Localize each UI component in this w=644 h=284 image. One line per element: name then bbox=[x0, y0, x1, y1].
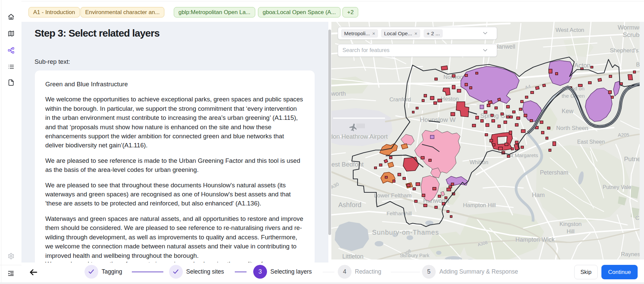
svg-text:Cr: Cr bbox=[635, 215, 640, 221]
svg-text:Heston: Heston bbox=[441, 96, 459, 102]
svg-text:Petersham: Petersham bbox=[540, 169, 569, 176]
svg-text:worth: worth bbox=[331, 90, 346, 97]
svg-text:Lower Feltham: Lower Feltham bbox=[374, 192, 412, 199]
svg-text:A205: A205 bbox=[618, 132, 629, 138]
svg-text:Cranford: Cranford bbox=[389, 96, 411, 102]
svg-text:Scrubs: Scrubs bbox=[623, 31, 640, 38]
svg-text:Hill: Hill bbox=[567, 228, 575, 235]
svg-text:Ashford: Ashford bbox=[338, 201, 362, 208]
svg-text:Wormwo: Wormwo bbox=[618, 24, 640, 31]
svg-text:North Sheen: North Sheen bbox=[556, 125, 588, 131]
svg-text:Ham: Ham bbox=[532, 192, 545, 198]
svg-text:Putney Vale: Putney Vale bbox=[602, 184, 631, 190]
svg-text:Felthamhill: Felthamhill bbox=[387, 210, 412, 216]
svg-text:Putney: Putney bbox=[624, 155, 640, 162]
svg-text:West Molesey: West Molesey bbox=[445, 259, 479, 259]
svg-text:West Acton: West Acton bbox=[555, 27, 584, 33]
svg-text:Raynes: Raynes bbox=[621, 251, 640, 257]
svg-text:Shepherd's: Shepherd's bbox=[610, 47, 638, 54]
svg-text:Littleton: Littleton bbox=[342, 253, 363, 259]
svg-text:Hampton Wick: Hampton Wick bbox=[515, 236, 555, 243]
svg-text:East Sheen: East Sheen bbox=[577, 139, 605, 145]
svg-text:St Margarets: St Margarets bbox=[508, 152, 538, 158]
svg-text:Sunbury-on-Thames: Sunbury-on-Thames bbox=[372, 229, 439, 236]
svg-text:Kew: Kew bbox=[561, 108, 574, 114]
svg-text:Whitton: Whitton bbox=[470, 159, 488, 165]
svg-text:don Heathrow Airport: don Heathrow Airport bbox=[331, 133, 388, 140]
svg-text:Kingston: Kingston bbox=[559, 221, 582, 227]
svg-text:Hampton Hill: Hampton Hill bbox=[463, 202, 495, 208]
svg-text:Hanwell: Hanwell bbox=[494, 43, 515, 50]
svg-text:B: B bbox=[636, 61, 640, 68]
